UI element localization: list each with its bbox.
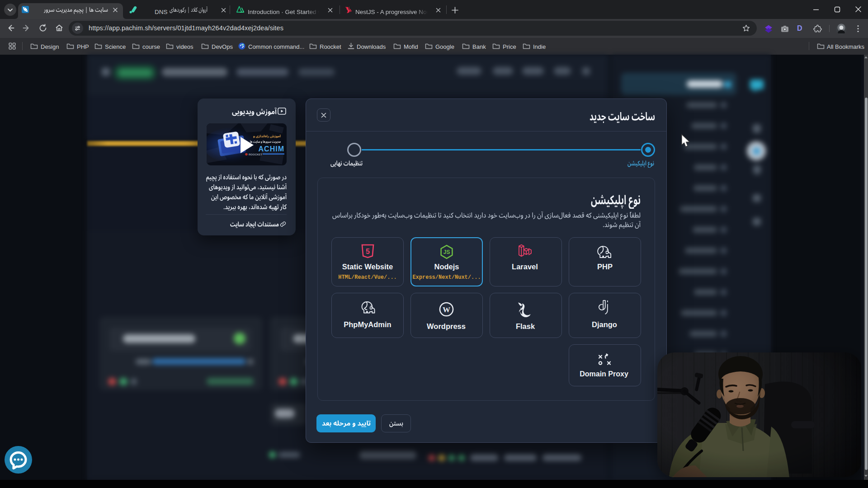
svg-text:JS: JS <box>443 249 450 255</box>
svg-text:5: 5 <box>366 248 370 255</box>
svg-text:W: W <box>443 305 450 314</box>
svg-text:ROOCKET: ROOCKET <box>249 153 262 156</box>
svg-text:ACHIM: ACHIM <box>259 145 284 153</box>
